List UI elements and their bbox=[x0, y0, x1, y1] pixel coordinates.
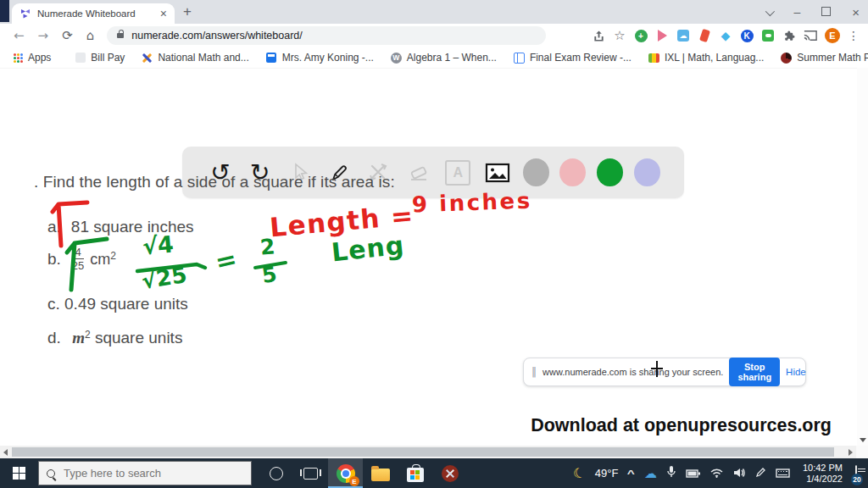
cast-icon[interactable] bbox=[804, 29, 817, 42]
color-swatch-green[interactable] bbox=[597, 158, 623, 186]
window-chevron-icon[interactable] bbox=[765, 4, 772, 19]
profile-avatar[interactable]: E bbox=[825, 28, 840, 43]
url-text: numerade.com/answers/whiteboard/ bbox=[131, 30, 303, 42]
bookmarks-bar: Apps Bill Pay National Math and... Mrs. … bbox=[0, 47, 868, 69]
blue-site-favicon bbox=[266, 53, 277, 64]
ext-bitmoji-icon[interactable] bbox=[761, 29, 775, 42]
temperature-text[interactable]: 49°F bbox=[595, 467, 619, 480]
ext-screencastify-icon[interactable] bbox=[655, 29, 669, 42]
new-tab-button[interactable]: + bbox=[183, 3, 192, 20]
color-swatch-gray[interactable] bbox=[523, 158, 549, 186]
start-button[interactable] bbox=[0, 458, 38, 488]
mouse-cursor bbox=[651, 361, 663, 377]
whiteboard-canvas[interactable]: ↺ ↻ A . Find the length of a s bbox=[0, 69, 856, 446]
weather-moon-icon[interactable]: ☾ bbox=[570, 463, 587, 482]
eraser-tool[interactable] bbox=[404, 158, 433, 188]
chrome-taskbar-button[interactable]: E bbox=[328, 458, 363, 488]
file-explorer-button[interactable] bbox=[363, 458, 398, 488]
task-view-button[interactable] bbox=[293, 458, 328, 488]
battery-icon[interactable] bbox=[686, 466, 700, 481]
chrome-profile-badge: E bbox=[349, 476, 359, 486]
item-d: d. m2 square units bbox=[47, 329, 182, 347]
bookmark-summer-math[interactable]: Summer Math Pract... bbox=[781, 52, 868, 64]
task-view-icon bbox=[303, 468, 318, 480]
hide-link[interactable]: Hide bbox=[786, 367, 806, 377]
address-bar: ← → ⟳ ⌂ numerade.com/answers/whiteboard/… bbox=[0, 24, 868, 47]
scrollbar-corner bbox=[856, 446, 868, 458]
bookmark-algebra-1[interactable]: W Algebra 1 – When... bbox=[391, 52, 497, 64]
ext-adblock-icon[interactable]: + bbox=[634, 29, 648, 42]
close-button[interactable]: × bbox=[852, 5, 860, 19]
color-swatch-purple[interactable] bbox=[634, 158, 660, 186]
color-swatch-pink[interactable] bbox=[559, 158, 586, 186]
lock-icon bbox=[117, 33, 124, 38]
back-icon[interactable]: ← bbox=[14, 28, 25, 43]
touch-keyboard-icon[interactable] bbox=[776, 466, 790, 481]
forward-icon[interactable]: → bbox=[38, 28, 49, 43]
ext-diamond-icon[interactable]: ◆ bbox=[719, 29, 732, 42]
clock-time: 10:42 PM bbox=[803, 463, 843, 474]
store-button[interactable] bbox=[398, 458, 432, 488]
action-center-button[interactable]: 20 bbox=[855, 466, 857, 481]
refresh-icon[interactable]: ⟳ bbox=[62, 28, 73, 43]
pen-icon[interactable] bbox=[755, 466, 765, 481]
minimize-button[interactable]: – bbox=[793, 5, 800, 19]
browser-tab[interactable]: Numerade Whiteboard × bbox=[12, 3, 175, 24]
taskbar-clock[interactable]: 10:42 PM 1/4/2022 bbox=[803, 463, 843, 485]
bookmark-national-math[interactable]: National Math and... bbox=[142, 52, 248, 64]
speaker-icon[interactable] bbox=[733, 466, 745, 481]
ext-kami-icon[interactable]: K bbox=[740, 29, 754, 42]
drag-handle-icon[interactable]: ‖ bbox=[531, 366, 537, 378]
bookmark-bill-pay[interactable]: Bill Pay bbox=[75, 52, 125, 64]
bookmark-star-icon[interactable]: ☆ bbox=[613, 29, 626, 42]
clock-date: 1/4/2022 bbox=[803, 474, 843, 485]
snipping-tool-button[interactable] bbox=[432, 458, 467, 488]
wifi-icon[interactable] bbox=[710, 466, 723, 481]
ext-cloud-icon[interactable]: ☁ bbox=[676, 29, 690, 42]
ixl-favicon bbox=[648, 53, 659, 64]
bookmark-final-exam[interactable]: Final Exam Review -... bbox=[514, 52, 632, 64]
green-radical-annotation bbox=[63, 232, 114, 300]
tab-title: Numerade Whiteboard bbox=[37, 8, 155, 19]
system-tray: ☾ 49°F ^ ☁ 10:42 PM 1/4/2022 20 bbox=[573, 463, 868, 485]
red-handwriting-answer: 9 inches bbox=[412, 188, 533, 218]
microphone-icon[interactable] bbox=[667, 465, 676, 481]
url-field[interactable]: numerade.com/answers/whiteboard/ bbox=[107, 26, 546, 45]
circle-favicon bbox=[781, 53, 792, 64]
address-bar-actions: ☆ + ☁ ◆ K E ⋮ bbox=[592, 28, 868, 43]
screen-share-banner: ‖ www.numerade.com is sharing your scree… bbox=[523, 358, 806, 386]
browser-menu-icon[interactable]: ⋮ bbox=[848, 29, 860, 42]
tab-close-icon[interactable]: × bbox=[160, 8, 167, 19]
image-tool[interactable] bbox=[483, 158, 512, 188]
store-icon bbox=[407, 468, 424, 482]
horizontal-scroll-thumb[interactable] bbox=[12, 447, 834, 457]
text-tool[interactable]: A bbox=[443, 158, 472, 188]
scroll-right-arrow[interactable] bbox=[849, 449, 853, 456]
taskbar-search[interactable] bbox=[38, 461, 252, 485]
ext-bookmark-icon[interactable] bbox=[698, 29, 711, 42]
desktop-corner bbox=[0, 0, 9, 22]
stop-sharing-button[interactable]: Stop sharing bbox=[729, 358, 780, 386]
share-icon[interactable] bbox=[592, 29, 605, 42]
windows-logo-icon bbox=[13, 467, 25, 480]
scroll-down-arrow[interactable] bbox=[860, 438, 866, 442]
hidden-icons-chevron[interactable]: ^ bbox=[627, 469, 635, 479]
maximize-button[interactable] bbox=[821, 4, 831, 19]
search-input[interactable] bbox=[62, 466, 243, 480]
onedrive-icon[interactable]: ☁ bbox=[644, 466, 657, 481]
wordpress-favicon: W bbox=[391, 53, 402, 64]
numerade-favicon bbox=[19, 8, 31, 19]
green-work-numerator: √4 bbox=[142, 230, 175, 259]
scroll-left-arrow[interactable] bbox=[3, 449, 8, 456]
vertical-scrollbar[interactable] bbox=[857, 68, 868, 446]
horizontal-scrollbar[interactable] bbox=[0, 446, 856, 458]
extensions-puzzle-icon[interactable] bbox=[782, 29, 796, 42]
bookmark-ixl[interactable]: IXL | Math, Languag... bbox=[648, 52, 764, 64]
bookmark-amy-koning[interactable]: Mrs. Amy Koning -... bbox=[266, 52, 374, 64]
share-message: www.numerade.com is sharing your screen. bbox=[542, 367, 723, 377]
home-icon[interactable]: ⌂ bbox=[86, 28, 95, 43]
snipping-tool-icon bbox=[442, 465, 459, 482]
screen: Numerade Whiteboard × + – × ← → ⟳ ⌂ nume… bbox=[0, 0, 868, 488]
cortana-button[interactable] bbox=[259, 458, 293, 488]
apps-shortcut[interactable]: Apps bbox=[14, 52, 51, 64]
